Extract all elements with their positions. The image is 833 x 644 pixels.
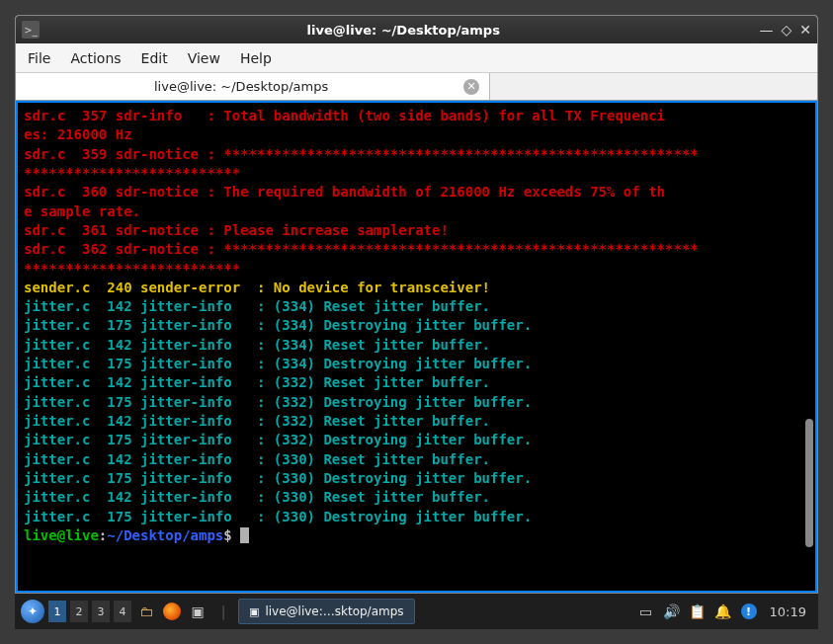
workspace-2[interactable]: 2: [70, 601, 88, 622]
terminal-line: jitter.c 142 jitter-info : (334) Reset j…: [24, 297, 809, 316]
taskbar-window-icon: ▣: [249, 605, 259, 618]
start-menu-icon[interactable]: ✦: [21, 600, 44, 623]
titlebar[interactable]: >_ live@live: ~/Desktop/amps — ◇ ✕: [16, 16, 817, 43]
terminal-line: e sample rate.: [24, 202, 809, 221]
terminal-app-icon: >_: [22, 21, 40, 39]
clock[interactable]: 10:19: [764, 604, 812, 619]
workspace-4[interactable]: 4: [114, 601, 131, 622]
tab-close-icon[interactable]: ✕: [463, 79, 479, 95]
terminal-line: jitter.c 142 jitter-info : (334) Reset j…: [24, 336, 809, 355]
terminal-line: **************************: [24, 260, 809, 279]
window-title: live@live: ~/Desktop/amps: [47, 23, 759, 38]
terminal-launcher-icon[interactable]: ▣: [187, 601, 208, 622]
terminal-line: sender.c 240 sender-error : No device fo…: [24, 279, 809, 297]
separator-icon: |: [212, 601, 234, 622]
terminal-line: sdr.c 362 sdr-notice : *****************…: [24, 240, 809, 259]
terminal-prompt[interactable]: live@live:~/Desktop/amps$: [24, 526, 809, 545]
menu-file[interactable]: File: [28, 50, 50, 66]
terminal-line: sdr.c 359 sdr-notice : *****************…: [24, 145, 809, 164]
terminal-line: jitter.c 175 jitter-info : (334) Destroy…: [24, 316, 809, 335]
terminal-line: es: 216000 Hz: [24, 125, 809, 144]
taskbar-window-label: live@live:…sktop/amps: [265, 604, 403, 618]
taskbar: ✦ 1 2 3 4 🗀 ▣ | ▣ live@live:…sktop/amps …: [15, 594, 818, 629]
clipboard-icon[interactable]: 📋: [687, 601, 708, 622]
minimize-button[interactable]: —: [759, 22, 773, 38]
firefox-icon[interactable]: [161, 601, 183, 622]
file-manager-icon[interactable]: 🗀: [135, 601, 157, 622]
menu-help[interactable]: Help: [240, 50, 272, 66]
show-desktop-icon[interactable]: ▭: [635, 601, 657, 622]
tabbar: live@live: ~/Desktop/amps ✕: [16, 73, 817, 101]
cursor-icon: [240, 527, 249, 543]
terminal-line: jitter.c 175 jitter-info : (332) Destroy…: [24, 393, 809, 412]
terminal-output[interactable]: sdr.c 357 sdr-info : Total bandwidth (tw…: [16, 101, 817, 593]
terminal-line: **************************: [24, 164, 809, 183]
terminal-line: jitter.c 175 jitter-info : (330) Destroy…: [24, 508, 809, 526]
close-button[interactable]: ✕: [799, 22, 811, 38]
terminal-line: jitter.c 175 jitter-info : (332) Destroy…: [24, 431, 809, 449]
terminal-line: jitter.c 142 jitter-info : (332) Reset j…: [24, 373, 809, 392]
maximize-button[interactable]: ◇: [781, 22, 791, 38]
info-tray-icon[interactable]: !: [738, 601, 760, 622]
network-icon[interactable]: 🔔: [712, 601, 734, 622]
volume-icon[interactable]: 🔊: [661, 601, 683, 622]
terminal-line: jitter.c 142 jitter-info : (330) Reset j…: [24, 450, 809, 469]
workspace-1[interactable]: 1: [48, 601, 66, 622]
terminal-line: jitter.c 175 jitter-info : (334) Destroy…: [24, 355, 809, 373]
terminal-line: sdr.c 357 sdr-info : Total bandwidth (tw…: [24, 107, 809, 125]
scrollbar-thumb[interactable]: [805, 419, 813, 547]
menu-edit[interactable]: Edit: [141, 50, 168, 66]
terminal-tab[interactable]: live@live: ~/Desktop/amps ✕: [16, 73, 490, 100]
terminal-window: >_ live@live: ~/Desktop/amps — ◇ ✕ File …: [15, 15, 818, 594]
menu-view[interactable]: View: [188, 50, 220, 66]
terminal-line: jitter.c 142 jitter-info : (332) Reset j…: [24, 412, 809, 431]
terminal-line: sdr.c 361 sdr-notice : Please increase s…: [24, 221, 809, 240]
taskbar-window-button[interactable]: ▣ live@live:…sktop/amps: [238, 599, 415, 624]
terminal-line: jitter.c 142 jitter-info : (330) Reset j…: [24, 488, 809, 507]
tab-label: live@live: ~/Desktop/amps: [154, 79, 328, 94]
workspace-3[interactable]: 3: [92, 601, 110, 622]
menubar: File Actions Edit View Help: [16, 43, 817, 73]
window-controls: — ◇ ✕: [759, 22, 811, 38]
menu-actions[interactable]: Actions: [70, 50, 121, 66]
terminal-line: sdr.c 360 sdr-notice : The required band…: [24, 183, 809, 201]
terminal-line: jitter.c 175 jitter-info : (330) Destroy…: [24, 469, 809, 488]
